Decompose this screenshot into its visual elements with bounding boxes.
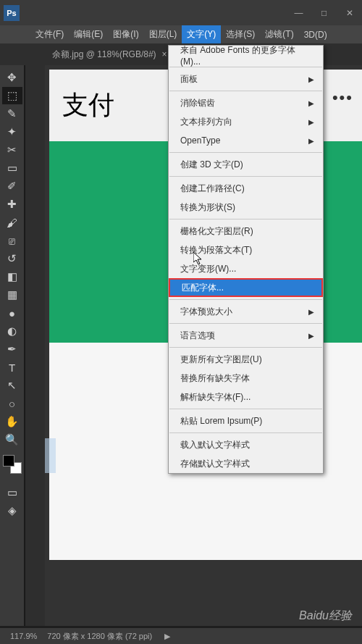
separator	[169, 347, 322, 348]
color-swatch[interactable]	[3, 455, 22, 474]
menu-panel-label: 面板	[180, 73, 198, 85]
close-button[interactable]: ✕	[337, 0, 362, 25]
separator	[169, 219, 322, 219]
menu-file[interactable]: 文件(F)	[30, 25, 69, 43]
menu-replace-missing[interactable]: 替换所有缺失字体	[169, 369, 323, 388]
file-tab-close-icon[interactable]: ×	[162, 49, 167, 59]
submenu-arrow-icon: ▶	[308, 118, 314, 126]
menubar: 文件(F) 编辑(E) 图像(I) 图层(L) 文字(Y) 选择(S) 滤镜(T…	[0, 25, 362, 43]
menu-update-all[interactable]: 更新所有文字图层(U)	[169, 350, 323, 369]
menu-3d[interactable]: 3D(D)	[299, 25, 332, 43]
menu-more-fonts[interactable]: 来自 Adobe Fonts 的更多字体(M)...	[169, 46, 323, 64]
selection-marker	[45, 438, 56, 473]
stamp-tool[interactable]: ⎚	[2, 232, 22, 249]
menu-filter[interactable]: 滤镜(T)	[260, 25, 298, 43]
zoom-tool[interactable]: 🔍	[2, 431, 22, 448]
separator	[169, 323, 322, 324]
titlebar: Ps — □ ✕	[0, 0, 362, 25]
submenu-arrow-icon: ▶	[308, 332, 314, 340]
menu-para[interactable]: 转换为段落文本(T)	[169, 241, 323, 259]
menu-match-font[interactable]: 匹配字体...	[169, 278, 323, 297]
menu-panel[interactable]: 面板▶	[169, 70, 323, 88]
quickmask-icon[interactable]: ▭	[2, 484, 22, 501]
menu-save-default[interactable]: 存储默认文字样式	[169, 454, 323, 473]
gradient-tool[interactable]: ▦	[2, 286, 22, 304]
toolbar-left: ✥ ⬚ ✎ ✦ ✂ ▭ ✐ ✚ 🖌 ⎚ ↺ ◧ ▦ ● ◐ ✒ T ↖ ○ ✋ …	[0, 65, 25, 626]
more-icon[interactable]: •••	[332, 88, 353, 107]
menu-orientation-label: 文本排列方向	[180, 116, 232, 128]
frame-tool[interactable]: ▭	[2, 159, 22, 177]
menu-create-path[interactable]: 创建工作路径(C)	[169, 179, 323, 198]
history-tool[interactable]: ↺	[2, 250, 22, 267]
foreground-color[interactable]	[3, 455, 14, 467]
statusbar: 117.9% 720 像素 x 1280 像素 (72 ppi) ▶	[0, 628, 362, 644]
separator	[169, 152, 322, 153]
toolbar-dock	[25, 65, 45, 626]
menu-anti-alias[interactable]: 消除锯齿▶	[169, 93, 323, 112]
menu-resolve-missing[interactable]: 解析缺失字体(F)...	[169, 388, 323, 406]
shape-tool[interactable]: ○	[2, 395, 22, 412]
menu-image[interactable]: 图像(I)	[108, 25, 143, 43]
menu-paste-lorem[interactable]: 粘贴 Lorem Ipsum(P)	[169, 411, 323, 430]
submenu-arrow-icon: ▶	[308, 308, 314, 316]
menu-orientation[interactable]: 文本排列方向▶	[169, 112, 323, 131]
status-dims: 720 像素 x 1280 像素 (72 ppi)	[47, 631, 152, 642]
pen-tool[interactable]: ✒	[2, 340, 22, 358]
maximize-button[interactable]: □	[311, 0, 337, 25]
document-header-text: 支付	[62, 88, 114, 123]
submenu-arrow-icon: ▶	[308, 99, 314, 107]
file-tab-label: 余额.jpg @ 118%(RGB/8#)	[52, 49, 156, 61]
type-menu-dropdown: 来自 Adobe Fonts 的更多字体(M)... 面板▶ 消除锯齿▶ 文本排…	[168, 45, 324, 474]
magic-tool[interactable]: ✦	[2, 123, 22, 141]
menu-preview-size-label: 字体预览大小	[180, 306, 232, 318]
menu-rasterize[interactable]: 栅格化文字图层(R)	[169, 222, 323, 241]
screen-mode-icon[interactable]: ◈	[2, 502, 22, 519]
brush-tool[interactable]: 🖌	[2, 214, 22, 231]
menu-create-3d[interactable]: 创建 3D 文字(D)	[169, 155, 323, 174]
submenu-arrow-icon: ▶	[308, 75, 314, 83]
blur-tool[interactable]: ●	[2, 304, 22, 322]
lasso-tool[interactable]: ✎	[2, 105, 22, 122]
menu-lang-label: 语言选项	[180, 330, 215, 342]
menu-opentype-label: OpenType	[180, 135, 220, 146]
menu-anti-alias-label: 消除锯齿	[180, 97, 215, 109]
watermark: Baidu经验	[299, 609, 352, 624]
eraser-tool[interactable]: ◧	[2, 268, 22, 285]
window-controls: — □ ✕	[286, 0, 362, 25]
menu-convert-shape[interactable]: 转换为形状(S)	[169, 198, 323, 217]
move-tool[interactable]: ✥	[2, 69, 22, 86]
crop-tool[interactable]: ✂	[2, 141, 22, 159]
dodge-tool[interactable]: ◐	[2, 322, 22, 340]
status-zoom[interactable]: 117.9%	[10, 632, 37, 640]
separator	[169, 409, 322, 409]
menu-layer[interactable]: 图层(L)	[144, 25, 182, 43]
menu-type[interactable]: 文字(Y)	[182, 25, 221, 43]
submenu-arrow-icon: ▶	[308, 137, 314, 145]
menu-select[interactable]: 选择(S)	[221, 25, 260, 43]
heal-tool[interactable]: ✚	[2, 196, 22, 213]
status-arrow-icon[interactable]: ▶	[164, 632, 170, 641]
menu-opentype[interactable]: OpenType▶	[169, 131, 323, 150]
menu-load-default[interactable]: 载入默认文字样式	[169, 435, 323, 454]
ps-logo: Ps	[4, 5, 20, 21]
minimize-button[interactable]: —	[286, 0, 311, 25]
type-tool[interactable]: T	[2, 359, 22, 376]
menu-lang[interactable]: 语言选项▶	[169, 326, 323, 345]
menu-edit[interactable]: 编辑(E)	[69, 25, 108, 43]
separator	[169, 299, 322, 300]
separator	[169, 432, 322, 433]
marquee-tool[interactable]: ⬚	[2, 87, 22, 104]
menu-preview-size[interactable]: 字体预览大小▶	[169, 302, 323, 321]
separator	[169, 91, 322, 91]
separator	[169, 67, 322, 67]
menu-warp[interactable]: 文字变形(W)...	[169, 259, 323, 278]
eyedrop-tool[interactable]: ✐	[2, 177, 22, 195]
hand-tool[interactable]: ✋	[2, 413, 22, 430]
cursor-icon	[193, 252, 205, 267]
separator	[169, 176, 322, 177]
path-tool[interactable]: ↖	[2, 377, 22, 394]
